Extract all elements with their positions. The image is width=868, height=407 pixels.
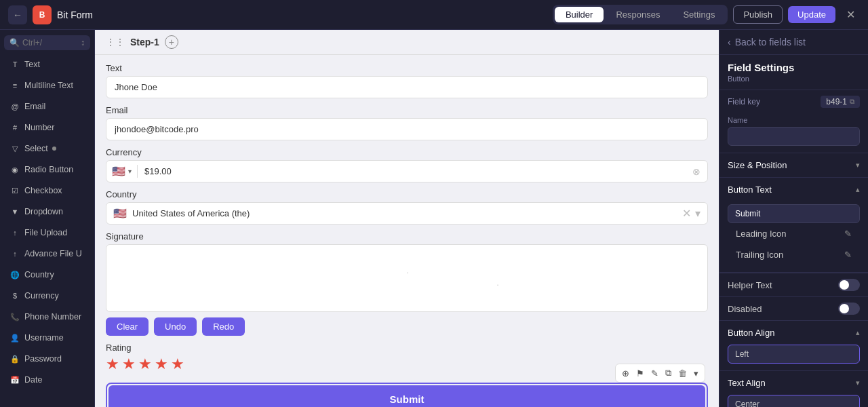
button-text-input[interactable] [728, 204, 860, 223]
sidebar-item-file-upload[interactable]: ↑ File Upload [3, 222, 92, 243]
add-step-button[interactable]: + [165, 35, 178, 49]
disabled-label: Disabled [728, 304, 762, 314]
text-align-title: Text Align [728, 378, 766, 388]
helper-text-toggle[interactable] [838, 279, 860, 291]
field-key-value-display: b49-1 ⧉ [821, 96, 860, 108]
text-align-header[interactable]: Text Align ▾ [719, 371, 868, 395]
star-4-icon[interactable]: ★ [155, 355, 168, 373]
leading-icon-row: Leading Icon ✎ [728, 223, 860, 244]
search-input[interactable] [22, 38, 63, 47]
panel-title: Field Settings [719, 55, 868, 75]
toolbar-edit-icon[interactable]: ✎ [649, 367, 660, 380]
email-field-input[interactable] [106, 118, 708, 140]
app-title: Bit Form [57, 9, 547, 20]
email-icon: @ [9, 101, 20, 112]
dropdown-icon: ▼ [9, 206, 20, 217]
sidebar-item-phone[interactable]: 📞 Phone Number [3, 307, 92, 327]
sidebar-item-email[interactable]: @ Email [3, 96, 92, 117]
radio-icon: ◉ [9, 164, 20, 175]
size-position-header[interactable]: Size & Position ▾ [719, 153, 868, 177]
currency-row: 🇺🇸 ▾ ⊗ [106, 160, 708, 182]
toolbar-flag-icon[interactable]: ⚑ [634, 367, 646, 380]
star-3-icon[interactable]: ★ [138, 355, 152, 373]
country-flag-icon: 🇺🇸 [113, 207, 127, 220]
sidebar-item-text[interactable]: T Text [3, 54, 92, 75]
toolbar-delete-icon[interactable]: 🗑 [676, 367, 689, 380]
email-field-label: Email [106, 105, 708, 115]
sidebar-item-number[interactable]: # Number [3, 117, 92, 138]
sidebar-item-date[interactable]: 📅 Date [3, 370, 92, 390]
panel-back-label: Back to fields list [735, 37, 806, 47]
star-2-icon[interactable]: ★ [122, 355, 136, 373]
trailing-icon-row: Trailing Icon ✎ [728, 244, 860, 265]
tab-builder[interactable]: Builder [555, 7, 604, 22]
field-key-copy-icon[interactable]: ⧉ [850, 98, 854, 106]
tab-responses[interactable]: Responses [605, 7, 671, 22]
trailing-icon-label: Trailing Icon [736, 250, 783, 260]
sidebar-item-password[interactable]: 🔒 Password [3, 349, 92, 369]
update-button[interactable]: Update [788, 6, 835, 23]
button-text-section: Button Text ▴ Leading Icon ✎ Trailing Ic… [719, 178, 868, 273]
checkbox-icon: ☑ [9, 185, 20, 196]
sidebar-item-multiline[interactable]: ≡ Multiline Text [3, 75, 92, 96]
sidebar-item-radio[interactable]: ◉ Radio Button [3, 159, 92, 180]
sidebar-item-username[interactable]: 👤 Username [3, 328, 92, 348]
size-position-title: Size & Position [728, 160, 787, 170]
sidebar-search-bar[interactable]: 🔍 ↕ [4, 35, 90, 50]
star-1-icon[interactable]: ★ [106, 355, 119, 373]
tab-settings[interactable]: Settings [672, 7, 726, 22]
disabled-toggle[interactable] [838, 303, 860, 315]
publish-button[interactable]: Publish [733, 5, 783, 24]
currency-amount-input[interactable] [138, 161, 686, 182]
password-icon: 🔒 [9, 353, 20, 364]
signature-redo-button[interactable]: Redo [202, 317, 245, 336]
country-chevron-icon[interactable]: ▾ [695, 207, 701, 220]
star-5-icon[interactable]: ★ [171, 355, 184, 373]
leading-icon-edit-icon[interactable]: ✎ [844, 229, 852, 239]
close-button[interactable]: ✕ [841, 5, 860, 24]
text-field-input[interactable] [106, 76, 708, 98]
size-position-chevron-icon: ▾ [856, 161, 860, 170]
button-align-left[interactable]: Left [728, 345, 860, 364]
phone-icon: 📞 [9, 311, 20, 322]
country-value-text: United States of America (the) [132, 208, 677, 218]
button-align-title: Button Align [728, 328, 774, 338]
sidebar-item-currency[interactable]: $ Currency [3, 286, 92, 306]
sidebar-item-select[interactable]: ▽ Select [3, 138, 92, 159]
sidebar-item-dropdown[interactable]: ▼ Dropdown [3, 201, 92, 222]
toolbar-duplicate-icon[interactable]: ⧉ [663, 366, 673, 380]
text-align-chevron-icon: ▾ [856, 379, 860, 387]
signature-undo-button[interactable]: Undo [154, 317, 197, 336]
sidebar-item-checkbox[interactable]: ☑ Checkbox [3, 180, 92, 201]
sidebar-item-country[interactable]: 🌐 Country [3, 265, 92, 285]
toolbar-target-icon[interactable]: ⊕ [620, 367, 631, 380]
button-text-header[interactable]: Button Text ▴ [719, 178, 868, 201]
button-align-header[interactable]: Button Align ▴ [719, 321, 868, 345]
currency-clear-icon[interactable]: ⊗ [686, 166, 707, 177]
submit-button[interactable]: Submit [108, 385, 705, 407]
toolbar-chevron-icon[interactable]: ▾ [692, 367, 701, 380]
text-align-options: Center [719, 395, 868, 407]
form-area: ⋮⋮ Step-1 + Text Email Currency 🇺🇸 [95, 30, 719, 407]
helper-text-row: Helper Text [719, 273, 868, 297]
signature-buttons: Clear Undo Redo [106, 317, 708, 336]
right-panel: ‹ Back to fields list Field Settings But… [719, 30, 868, 407]
currency-chevron-icon: ▾ [128, 168, 132, 175]
leading-icon-label: Leading Icon [736, 229, 786, 239]
text-align-center[interactable]: Center [728, 395, 860, 407]
text-align-section: Text Align ▾ Center [719, 371, 868, 407]
signature-canvas[interactable]: • • [106, 244, 708, 312]
panel-back-link[interactable]: ‹ Back to fields list [719, 30, 868, 55]
name-input[interactable] [728, 127, 860, 146]
country-actions[interactable]: ✕ ▾ [682, 207, 701, 220]
back-button[interactable]: ← [8, 5, 27, 24]
trailing-icon-edit-icon[interactable]: ✎ [844, 250, 852, 260]
sidebar-item-advance-file[interactable]: ↑ Advance File U [3, 244, 92, 264]
country-row[interactable]: 🇺🇸 United States of America (the) ✕ ▾ [106, 202, 708, 225]
sort-icon[interactable]: ↕ [81, 38, 85, 47]
advance-file-icon: ↑ [9, 248, 20, 259]
signature-clear-button[interactable]: Clear [106, 317, 149, 336]
country-clear-icon[interactable]: ✕ [682, 207, 691, 220]
currency-flag-selector[interactable]: 🇺🇸 ▾ [106, 165, 138, 178]
currency-icon: $ [9, 290, 20, 301]
